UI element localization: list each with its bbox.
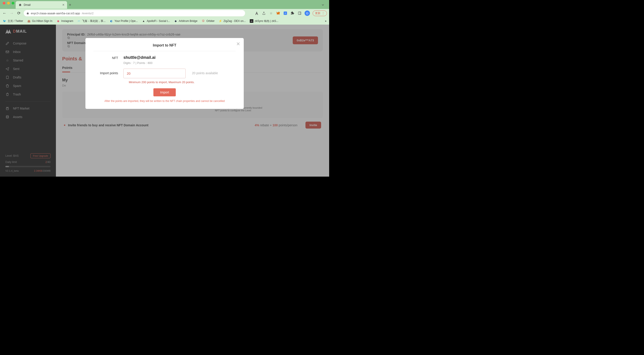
import-points-label: Import points: [94, 69, 124, 75]
tab-title: Dmail: [24, 3, 31, 6]
import-button[interactable]: Import: [154, 88, 176, 96]
browser-tab[interactable]: Dmail ×: [16, 1, 67, 9]
tab-close-icon[interactable]: ×: [62, 3, 64, 7]
bookmark-orbiter[interactable]: ⦿Orbiter: [202, 19, 215, 23]
update-button[interactable]: 更新⋮: [312, 10, 327, 16]
modal-divider: [94, 51, 236, 51]
minimize-chevron-icon[interactable]: [321, 3, 325, 7]
bookmark-profile[interactable]: ◐Your Profile | Ope...: [110, 19, 138, 23]
bookmark-twitter[interactable]: 🐦主页 / Twitter: [3, 19, 23, 23]
bookmark-zigzag[interactable]: ⚡ZigZag - DEX on...: [219, 19, 246, 23]
extension-translate-icon[interactable]: A: [283, 11, 288, 16]
nft-meta: Digits : 7 | Points : 800: [124, 61, 236, 64]
app-layout: DMAIL Compose Inbox ☆Starred Sent Drafts…: [0, 24, 329, 176]
modal-close-icon[interactable]: ✕: [236, 41, 240, 47]
browser-chrome: Dmail × + ← → ⟳ evyc3-ziaaa-aaaak-aam5a-…: [0, 0, 329, 24]
bookmark-bar: 🐦主页 / Twitter 🏨Go Hilton Sign In ◉Instag…: [0, 18, 329, 24]
import-points-input[interactable]: [124, 69, 186, 78]
modal-footnote: After the points are imported, they will…: [94, 100, 236, 102]
import-modal: ✕ Import to NFT NFT shuttle@dmail.ai Dig…: [86, 38, 244, 109]
address-bar: ← → ⟳ evyc3-ziaaa-aaaak-aam5a-cai.ic0.ap…: [0, 9, 329, 18]
svg-text:A: A: [285, 12, 286, 14]
nft-label: NFT: [94, 55, 124, 60]
modal-overlay[interactable]: ✕ Import to NFT NFT shuttle@dmail.ai Dig…: [0, 24, 329, 176]
extensions-puzzle-icon[interactable]: [290, 11, 295, 16]
bookmark-instagram[interactable]: ◉Instagram: [56, 19, 73, 23]
bookmark-zksync[interactable]: zkzkSync 钱包 | zkS...: [250, 19, 278, 23]
share-icon[interactable]: [262, 11, 266, 16]
bookmark-flyertea[interactable]: FT飞客 - 享此刻，享...: [77, 19, 106, 23]
translate-icon[interactable]: [254, 11, 259, 16]
error-message: Minimum 200 points to import, Maximum 20…: [129, 80, 236, 84]
profile-avatar[interactable]: G: [304, 10, 310, 16]
bookmarks-overflow-icon[interactable]: »: [325, 20, 326, 22]
forward-button[interactable]: →: [10, 11, 14, 16]
reload-button[interactable]: ⟳: [16, 11, 21, 16]
bookmark-star-icon[interactable]: ☆: [269, 11, 273, 16]
modal-title: Import to NFT: [94, 43, 236, 51]
extension-fox-icon[interactable]: [276, 11, 280, 16]
url-path: /events/2: [82, 12, 94, 15]
new-tab-button[interactable]: +: [69, 3, 71, 8]
bookmark-hilton[interactable]: 🏨Go Hilton Sign In: [27, 19, 52, 23]
bookmark-apollo[interactable]: ▲ApolloFi - Social t...: [142, 19, 170, 23]
back-button[interactable]: ←: [2, 11, 7, 16]
sidepanel-icon[interactable]: [298, 11, 302, 16]
points-available: 20 points available: [192, 69, 218, 75]
bookmark-arbitrum[interactable]: ◆Arbitrum Bridge: [174, 19, 198, 23]
tab-bar: Dmail × +: [0, 1, 329, 9]
url-input[interactable]: evyc3-ziaaa-aaaak-aam5a-cai.ic0.app/even…: [24, 10, 245, 16]
url-host: evyc3-ziaaa-aaaak-aam5a-cai.ic0.app: [31, 12, 80, 15]
nft-address: shuttle@dmail.ai: [124, 55, 236, 60]
svg-rect-2: [298, 12, 301, 14]
tab-favicon-icon: [18, 3, 22, 7]
lock-icon: [26, 12, 29, 14]
address-actions: ☆ A G 更新⋮: [254, 10, 327, 16]
